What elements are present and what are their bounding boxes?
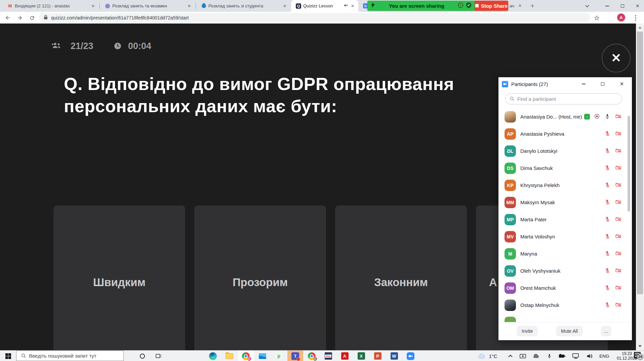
onedrive-cloud-icon[interactable] — [531, 351, 540, 361]
participant-search[interactable] — [505, 93, 622, 104]
camera-off-icon[interactable] — [615, 165, 622, 172]
mic-muted-icon[interactable] — [604, 302, 610, 309]
screen-record-icon[interactable] — [518, 351, 527, 361]
taskbar-word-icon[interactable]: W — [386, 351, 402, 361]
url-text[interactable]: quizizz.com/admin/presentation/61a7718fe… — [51, 15, 189, 20]
taskbar-search-input[interactable] — [29, 353, 123, 359]
quiz-close-button[interactable]: ✕ — [602, 44, 631, 73]
mic-muted-icon[interactable] — [604, 130, 610, 137]
notification-count-badge[interactable]: 24 — [637, 354, 643, 360]
tab-schedule-students[interactable]: Розклад занять зі студента — [196, 0, 290, 12]
camera-off-icon[interactable] — [615, 130, 622, 138]
start-button[interactable] — [0, 351, 16, 361]
new-tab-button[interactable]: + — [528, 2, 536, 10]
invite-button[interactable]: Invite — [517, 326, 537, 336]
page-scrollbar[interactable] — [636, 24, 644, 350]
panel-close-button[interactable]: ✕ — [619, 81, 625, 87]
profile-avatar[interactable]: A — [617, 13, 625, 21]
task-view-button[interactable] — [151, 351, 166, 361]
participant-row[interactable]: DS Dima Savchuk — [498, 160, 632, 177]
participant-list-scrollbar[interactable] — [628, 116, 630, 212]
tab-close-icon[interactable] — [350, 3, 356, 9]
mic-muted-icon[interactable] — [604, 147, 610, 154]
mute-all-button[interactable]: Mute All — [556, 326, 582, 336]
taskbar-chrome-profile2-icon[interactable]: A — [304, 351, 320, 361]
forward-button[interactable] — [15, 13, 24, 22]
weather-icon[interactable] — [477, 351, 486, 361]
participant-row[interactable]: MV Marta Voloshyn — [498, 228, 632, 245]
taskbar-edge-icon[interactable] — [205, 351, 221, 361]
scroll-down-arrow[interactable] — [636, 343, 644, 350]
camera-off-icon[interactable] — [615, 250, 622, 258]
participant-row[interactable]: AP Anastasia Pyshieva — [498, 125, 632, 142]
browser-menu-icon[interactable] — [631, 13, 640, 22]
tray-chevron-icon[interactable] — [506, 351, 514, 361]
participant-row[interactable]: Ostap Melnychuk — [498, 297, 632, 314]
taskbar-zoom-icon[interactable] — [403, 351, 418, 361]
participant-search-input[interactable] — [517, 96, 622, 102]
window-minimize-button[interactable] — [600, 0, 614, 12]
participant-row[interactable]: OM Orest Mamchuk — [498, 279, 632, 297]
taskbar-utorrent-icon[interactable]: µ — [271, 351, 287, 361]
more-options-button[interactable]: ... — [601, 326, 611, 336]
camera-off-icon[interactable] — [615, 113, 622, 121]
camera-off-icon[interactable] — [615, 199, 622, 206]
scroll-up-arrow[interactable] — [636, 24, 644, 31]
taskbar-powerpoint-icon[interactable]: P — [370, 351, 386, 361]
network-icon[interactable] — [571, 351, 581, 361]
participant-row[interactable] — [498, 314, 632, 322]
taskbar-chrome-profile1-icon[interactable]: A — [238, 351, 254, 361]
mic-muted-icon[interactable] — [604, 284, 610, 291]
taskbar-teams-icon[interactable]: T — [287, 351, 303, 361]
tab-search-chevron-icon[interactable] — [582, 0, 592, 12]
panel-minimize-button[interactable] — [580, 81, 587, 87]
lock-icon[interactable] — [44, 15, 48, 21]
participant-row[interactable]: MM Maksym Mysak — [498, 194, 632, 211]
participants-titlebar[interactable]: Participants (27) ✕ — [498, 77, 632, 91]
camera-off-icon[interactable] — [615, 267, 622, 275]
mic-muted-icon[interactable] — [604, 199, 610, 206]
battery-icon[interactable] — [557, 351, 567, 361]
back-button[interactable] — [3, 13, 12, 22]
cortana-button[interactable] — [134, 351, 150, 361]
answer-card[interactable]: Швидким — [53, 206, 185, 350]
answer-card[interactable]: Прозорим — [194, 206, 326, 350]
taskbar-file-explorer-icon[interactable] — [222, 351, 237, 361]
address-bar[interactable]: quizizz.com/admin/presentation/61a7718fe… — [39, 13, 590, 22]
camera-off-icon[interactable] — [615, 233, 622, 240]
tab-gmail[interactable]: M Входящие (2 121) - anastas — [3, 0, 99, 12]
taskbar-grey-floppy-icon[interactable]: Grey — [320, 351, 336, 361]
participant-row[interactable]: KP Khrystyna Pelekh — [498, 177, 632, 194]
answer-card[interactable]: Законним — [335, 206, 467, 350]
tray-mic-icon[interactable] — [545, 351, 553, 361]
participant-row[interactable]: OV Oleh Vyshyvaniuk — [498, 262, 632, 279]
language-indicator[interactable]: ENG — [598, 351, 611, 361]
tab-close-icon[interactable] — [90, 3, 96, 9]
camera-off-icon[interactable] — [615, 302, 622, 309]
tab-close-icon[interactable] — [186, 3, 192, 9]
mic-muted-icon[interactable] — [604, 233, 610, 240]
camera-off-icon[interactable] — [615, 182, 622, 189]
tab-audio-muted-icon[interactable] — [344, 3, 348, 9]
camera-off-icon[interactable] — [615, 284, 622, 292]
tab-schedule-exams[interactable]: Розклад занять та екзамен — [100, 0, 195, 12]
bookmark-star-icon[interactable] — [592, 13, 601, 22]
mic-muted-icon[interactable] — [604, 250, 610, 257]
tab-close-icon[interactable] — [517, 3, 523, 9]
camera-off-icon[interactable] — [615, 216, 622, 223]
taskbar-search[interactable] — [16, 351, 124, 361]
reload-button[interactable] — [28, 13, 36, 22]
temperature-text[interactable]: 1°C — [487, 351, 499, 361]
participant-row[interactable]: M Maryna — [498, 245, 632, 262]
tab-quizizz-active[interactable]: Q Quizizz Lesson — [291, 0, 358, 12]
mic-muted-icon[interactable] — [604, 267, 610, 274]
stop-share-button[interactable]: Stop Share — [475, 1, 508, 11]
mic-muted-icon[interactable] — [604, 182, 610, 189]
mic-muted-icon[interactable] — [604, 165, 610, 172]
participant-row[interactable]: Anastasiya Do... (Host, me) — [498, 108, 632, 125]
volume-icon[interactable] — [585, 351, 594, 361]
window-close-button[interactable]: ✕ — [631, 0, 644, 12]
mic-on-icon[interactable] — [604, 113, 610, 120]
tab-close-icon[interactable] — [282, 3, 288, 9]
mic-muted-icon[interactable] — [604, 216, 610, 223]
